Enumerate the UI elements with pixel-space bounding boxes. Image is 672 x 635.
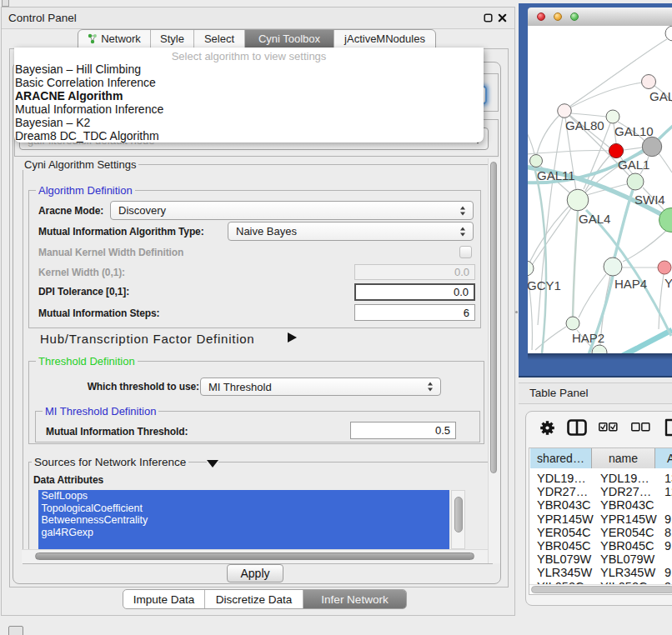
- attribute-item[interactable]: TopologicalCoefficient: [38, 502, 449, 515]
- dpi-tolerance-field[interactable]: 0.0: [354, 283, 475, 301]
- table-cell[interactable]: 9.: [664, 566, 672, 579]
- graph-node-hap2[interactable]: [566, 317, 579, 330]
- graph-edge[interactable]: [571, 113, 606, 117]
- graph-node-swi4[interactable]: [627, 173, 644, 190]
- collapsed-arrow-icon[interactable]: [288, 332, 297, 342]
- graph-edge[interactable]: [535, 327, 566, 350]
- table-cell[interactable]: 9.: [664, 512, 672, 526]
- table-cell[interactable]: YPR145W: [537, 512, 594, 526]
- column-header-1[interactable]: shared…: [530, 448, 592, 468]
- which-threshold-combobox[interactable]: MI Threshold: [200, 378, 441, 396]
- table-cell[interactable]: YLR345W: [600, 566, 655, 579]
- table-hscrollbar[interactable]: [529, 584, 672, 595]
- graph-edge[interactable]: [579, 274, 606, 318]
- table-cell[interactable]: YDR27…: [600, 485, 651, 498]
- graph-edge[interactable]: [586, 210, 671, 336]
- tab-jactivemnodules[interactable]: jActiveMNodules: [334, 30, 435, 48]
- tab-cyni-toolbox[interactable]: Cyni Toolbox: [245, 30, 334, 48]
- select-all-icon[interactable]: [599, 422, 618, 432]
- gear-icon[interactable]: [539, 420, 555, 436]
- control-panel-titlebar[interactable]: Control Panel: [2, 8, 514, 29]
- float-window-icon[interactable]: [484, 13, 497, 27]
- table-cell[interactable]: YPR145W: [600, 512, 657, 526]
- attribute-item[interactable]: BetweennessCentrality: [38, 514, 449, 527]
- graph-node-gal2[interactable]: [642, 75, 656, 89]
- graph-node[interactable]: [665, 26, 672, 41]
- minimize-light[interactable]: [554, 12, 562, 21]
- mi-threshold-field[interactable]: 0.5: [350, 422, 456, 439]
- graph-node[interactable]: [592, 345, 607, 353]
- graph-edge[interactable]: [528, 126, 534, 154]
- table-cell[interactable]: 12: [664, 485, 672, 498]
- table-cell[interactable]: YLR345W: [537, 566, 592, 579]
- table-cell[interactable]: YBR043C: [600, 498, 654, 512]
- settings-vscrollbar[interactable]: [488, 158, 500, 563]
- graph-node-gal1[interactable]: [609, 143, 623, 158]
- column-header-3[interactable]: AverageShortestPathLength: [655, 448, 672, 468]
- graph-node-gal10[interactable]: [606, 110, 619, 123]
- graph-node-gal4[interactable]: [567, 189, 589, 211]
- mi-algorithm-type-combobox[interactable]: Naive Bayes: [228, 222, 474, 241]
- graph-node-hap4[interactable]: [604, 258, 622, 276]
- graph-node-yml051w[interactable]: [658, 261, 671, 274]
- graph-edge[interactable]: [529, 206, 569, 262]
- bottom-tab-discretize-data[interactable]: Discretize Data: [205, 590, 303, 608]
- tab-select[interactable]: Select: [194, 30, 245, 48]
- network-window-titlebar[interactable]: [528, 8, 672, 27]
- graph-node-gal80[interactable]: [558, 104, 572, 118]
- zoom-light[interactable]: [570, 12, 579, 21]
- graph-edge[interactable]: [538, 118, 563, 325]
- table-cell[interactable]: YDL19…: [537, 472, 586, 485]
- table-cell[interactable]: YBL079W: [537, 552, 591, 566]
- attribute-item[interactable]: [38, 538, 449, 549]
- manual-kernel-width-checkbox[interactable]: [459, 246, 472, 258]
- table-cell[interactable]: YBR045C: [600, 539, 654, 552]
- tab-network[interactable]: Network: [78, 30, 151, 48]
- graph-node[interactable]: [659, 208, 672, 232]
- column-header-2[interactable]: name: [592, 448, 655, 468]
- table-cell[interactable]: 8.: [664, 526, 672, 539]
- algorithm-option[interactable]: Bayesian – Hill Climbing: [14, 62, 484, 76]
- graph-edge[interactable]: [570, 82, 642, 108]
- table-cell[interactable]: YBR043C: [537, 498, 590, 512]
- graph-edge[interactable]: [624, 148, 642, 150]
- algorithm-option[interactable]: ARACNE Algorithm: [14, 89, 484, 102]
- table-cell[interactable]: YBR045C: [537, 539, 590, 552]
- settings-hscrollbar[interactable]: [22, 549, 488, 563]
- table-cell[interactable]: YER054C: [537, 526, 590, 539]
- table-cell[interactable]: 9.: [664, 539, 672, 552]
- hub-definition-toggle[interactable]: Hub/Transcription Factor Definition: [40, 332, 254, 346]
- graph-node[interactable]: [642, 137, 661, 156]
- bottom-tab-infer-network[interactable]: Infer Network: [303, 590, 406, 608]
- mi-steps-field[interactable]: 6: [354, 304, 475, 321]
- network-view-canvas[interactable]: GAL2GAL80GAL10GAL1GAL11SWI4GAL4GCY1HAP4Y…: [528, 26, 672, 353]
- attribute-item[interactable]: gal4RGexp: [38, 527, 449, 539]
- algorithm-option[interactable]: Dream8 DC_TDC Algorithm: [14, 129, 484, 142]
- table-hscrollbar-thumb[interactable]: [531, 586, 672, 593]
- bottom-tab-impute-data[interactable]: Impute Data: [123, 590, 205, 608]
- file-icon[interactable]: [664, 418, 672, 437]
- table-cell[interactable]: YDR27…: [537, 485, 588, 498]
- kernel-width-field[interactable]: 0.0: [354, 264, 475, 280]
- close-light[interactable]: [537, 12, 545, 21]
- algorithm-option[interactable]: Mutual Information Inference: [14, 102, 484, 116]
- attributes-list-vscrollbar[interactable]: [451, 490, 465, 549]
- expanded-arrow-icon[interactable]: [207, 460, 218, 468]
- aracne-mode-combobox[interactable]: Discovery: [110, 201, 474, 220]
- table-cell[interactable]: YDL19…: [600, 472, 649, 485]
- table-cell[interactable]: YBL079W: [600, 552, 654, 566]
- graph-edge[interactable]: [537, 115, 559, 154]
- apply-button[interactable]: Apply: [227, 564, 283, 582]
- graph-edge[interactable]: [623, 226, 671, 262]
- graph-edge[interactable]: [620, 330, 672, 353]
- panel-splitter-dot[interactable]: [515, 311, 518, 313]
- attribute-item[interactable]: SelfLoops: [38, 490, 449, 502]
- split-view-icon[interactable]: [567, 419, 587, 436]
- graph-edge[interactable]: [657, 151, 672, 172]
- attributes-list-vscrollbar-thumb[interactable]: [454, 497, 463, 532]
- graph-edge[interactable]: [573, 211, 578, 317]
- close-icon[interactable]: [498, 13, 511, 27]
- algorithm-option[interactable]: Basic Correlation Inference: [14, 76, 484, 89]
- table-cell[interactable]: 13: [664, 472, 672, 485]
- graph-edge[interactable]: [659, 126, 672, 139]
